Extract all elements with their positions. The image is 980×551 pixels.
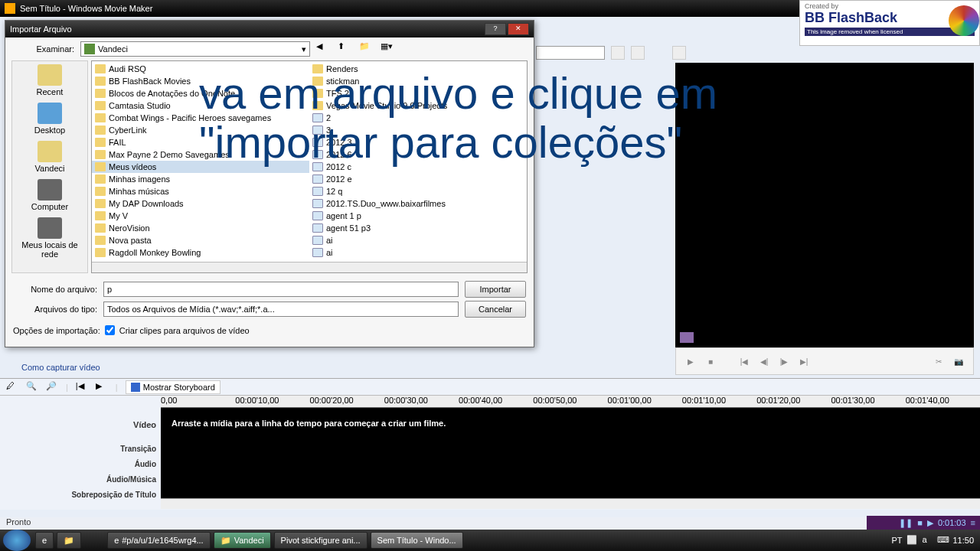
file-item[interactable]: 3 (309, 124, 527, 136)
dialog-close-button[interactable]: ✕ (508, 23, 529, 35)
timeline-tool-icon[interactable]: 🖊 (6, 381, 18, 393)
examine-dropdown[interactable]: Vandeci ▾ (80, 41, 310, 57)
place-desktop[interactable]: Desktop (12, 103, 87, 135)
file-item[interactable]: CyberLink (92, 124, 309, 136)
cancel-button[interactable]: Cancelar (465, 301, 526, 318)
capture-video-link[interactable]: Como capturar vídeo (21, 363, 100, 372)
file-item[interactable]: TFS 2 (309, 87, 527, 99)
filetype-dropdown[interactable] (103, 302, 459, 317)
filetype-label: Arquivos do tipo: (13, 305, 97, 314)
file-item[interactable]: Camtasia Studio (92, 99, 309, 112)
dialog-title: Importar Arquivo (10, 24, 72, 34)
file-item[interactable]: ai (309, 234, 527, 246)
show-storyboard-button[interactable]: Mostrar Storyboard (126, 380, 220, 394)
bb-created-by: Created by (805, 2, 975, 10)
import-button[interactable]: Importar (465, 281, 526, 298)
file-item[interactable]: 2 (309, 112, 527, 124)
step-fwd-button[interactable]: |▶ (777, 354, 791, 368)
file-item[interactable]: 2012 e (309, 173, 527, 185)
up-folder-icon[interactable]: ⬆ (338, 41, 353, 57)
stop-button[interactable]: ■ (704, 354, 717, 368)
prev-clip-button[interactable]: |◀ (737, 354, 751, 368)
file-item[interactable]: 2012 3 (309, 136, 527, 148)
play-timeline-icon[interactable]: ▶ (96, 381, 108, 393)
taskbar-item-3[interactable]: Sem Título - Windo... (371, 532, 463, 549)
file-item[interactable]: Minhas músicas (92, 185, 309, 197)
file-item[interactable]: Audi RSQ (92, 63, 309, 75)
taskbar-item-1[interactable]: 📁Vandeci (214, 532, 271, 549)
file-item[interactable]: My DAP Downloads (92, 197, 309, 210)
collection-dropdown[interactable] (536, 46, 605, 60)
tray-icon-1[interactable]: ⬜ (906, 535, 917, 546)
next-clip-button[interactable]: ▶| (797, 354, 811, 368)
preview-monitor (675, 63, 974, 347)
file-item[interactable]: 2012.TS.Duo_www.baixarfilmes (309, 197, 527, 210)
zoom-out-icon[interactable]: 🔎 (46, 381, 58, 393)
file-item[interactable]: NeroVision (92, 222, 309, 234)
timeline-canvas[interactable]: 0,0000:00'10,0000:00'20,0000:00'30,0000:… (161, 396, 980, 509)
file-item[interactable]: Ragdoll Monkey Bowling (92, 246, 309, 259)
file-item[interactable]: Vegas Movie Studio 9.0 Projects (309, 99, 527, 112)
bb-swirl-icon (949, 5, 979, 36)
file-item[interactable]: My V (92, 210, 309, 222)
split-button[interactable]: ✂ (932, 354, 946, 368)
toolbar-icon-1[interactable] (611, 46, 625, 60)
places-bar: Recent Desktop Vandeci Computer Meus loc… (11, 60, 88, 273)
file-item[interactable]: Max Payne 2 Demo Savegames (92, 148, 309, 161)
file-item[interactable]: 2012 6 (309, 148, 527, 161)
taskbar-item-0[interactable]: e#p/a/u/1/e1645wrg4... (107, 532, 211, 549)
toolbar-icon-2[interactable] (631, 46, 645, 60)
file-list[interactable]: Audi RSQBB FlashBack MoviesBlocos de Ano… (91, 60, 528, 273)
quicklaunch-ie[interactable]: e (35, 532, 54, 549)
back-icon[interactable]: ◀ (316, 41, 332, 57)
taskbar-item-2[interactable]: Pivot stickfigure ani... (274, 532, 368, 549)
file-item[interactable]: FAIL (92, 136, 309, 148)
filelist-scrollbar[interactable] (92, 262, 527, 272)
zoom-in-icon[interactable]: 🔍 (26, 381, 38, 393)
tray-icon-3[interactable]: ⌨ (937, 535, 948, 546)
step-back-button[interactable]: ◀| (757, 354, 771, 368)
snapshot-button[interactable]: 📷 (952, 354, 965, 368)
create-clips-checkbox[interactable] (105, 325, 115, 335)
status-bar: Pronto (0, 517, 980, 530)
place-user[interactable]: Vandeci (12, 141, 87, 173)
play-button[interactable]: ▶ (684, 354, 697, 368)
track-audio: Áudio (0, 457, 156, 472)
dialog-titlebar[interactable]: Importar Arquivo ? ✕ (5, 21, 534, 37)
view-menu-icon[interactable]: ▦▾ (381, 41, 396, 57)
dialog-help-button[interactable]: ? (485, 23, 506, 35)
file-item[interactable]: ai (309, 246, 527, 259)
file-item[interactable]: Combat Wings - Pacific Heroes savegames (92, 112, 309, 124)
file-item[interactable]: Nova pasta (92, 234, 309, 246)
file-item[interactable]: Blocos de Anotações do OneNote (92, 87, 309, 99)
toolbar-view-icon[interactable] (672, 46, 686, 60)
timeline-scrollbar[interactable] (161, 498, 980, 509)
place-recent[interactable]: Recent (12, 64, 87, 96)
lang-indicator[interactable]: PT (891, 536, 902, 545)
clock[interactable]: 11:50 (952, 536, 974, 545)
rewind-icon[interactable]: |◀ (76, 381, 88, 393)
file-item[interactable]: 12 q (309, 185, 527, 197)
new-folder-icon[interactable]: 📁 (359, 41, 374, 57)
tray-icon-2[interactable]: a (922, 535, 933, 546)
file-item[interactable]: agent 51 p3 (309, 222, 527, 234)
file-item[interactable]: 2012 c (309, 161, 527, 173)
examine-value: Vandeci (98, 44, 128, 54)
file-item[interactable]: agent 1 p (309, 210, 527, 222)
file-item[interactable]: Meus vídeos (92, 161, 309, 173)
file-item[interactable]: Renders (309, 63, 527, 75)
start-button[interactable] (3, 530, 31, 551)
file-item[interactable]: BB FlashBack Movies (92, 75, 309, 87)
rec-time: 0:01:03 (938, 518, 966, 527)
timeline-ruler: 0,0000:00'10,0000:00'20,0000:00'30,0000:… (161, 396, 980, 408)
quicklaunch-explorer[interactable]: 📁 (57, 532, 81, 549)
track-labels: Vídeo Transição Áudio Áudio/Música Sobre… (0, 396, 161, 509)
create-clips-label: Criar clipes para arquivos de vídeo (119, 326, 250, 335)
place-computer[interactable]: Computer (12, 179, 87, 211)
file-item[interactable]: Minhas imagens (92, 173, 309, 185)
place-network[interactable]: Meus locais de rede (12, 217, 87, 259)
file-item[interactable]: stickman (309, 75, 527, 87)
filename-input[interactable] (103, 282, 459, 297)
chevron-down-icon: ▾ (302, 44, 306, 54)
preview-thumb-icon (680, 332, 694, 343)
